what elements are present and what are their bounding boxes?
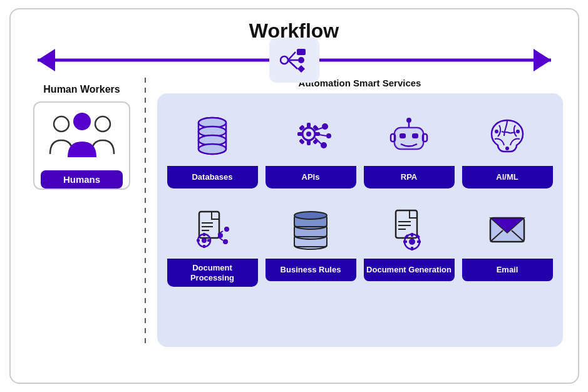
svg-point-59 <box>202 238 207 243</box>
service-card-business-rules: Business Rules <box>266 196 356 287</box>
svg-rect-31 <box>297 132 302 136</box>
svg-point-7 <box>54 116 69 132</box>
databases-label: Databases <box>167 166 258 188</box>
svg-point-28 <box>306 132 311 137</box>
svg-point-9 <box>73 113 91 130</box>
svg-point-53 <box>505 147 509 150</box>
books-icon <box>289 207 333 250</box>
database-icon <box>190 114 234 158</box>
services-grid-container: Databases <box>157 93 563 347</box>
svg-rect-63 <box>207 239 210 242</box>
doc-generation-icon <box>387 207 431 250</box>
svg-point-65 <box>224 227 229 232</box>
apis-label: APIs <box>266 166 356 188</box>
services-grid: Databases <box>167 103 553 287</box>
svg-point-39 <box>321 142 327 148</box>
humans-card-label: Humans <box>41 170 123 188</box>
left-panel: Human Workers Humans <box>26 78 138 347</box>
svg-rect-84 <box>403 240 407 243</box>
svg-point-2 <box>298 57 304 63</box>
svg-point-81 <box>409 239 415 245</box>
main-content-row: Human Workers Humans <box>26 78 563 347</box>
svg-point-66 <box>223 239 228 244</box>
email-icon-area <box>462 196 553 259</box>
svg-line-6 <box>288 60 297 69</box>
service-card-doc-generation: Document Generation <box>364 196 455 287</box>
service-card-rpa: RPA <box>364 103 455 188</box>
service-card-email: Email <box>462 196 553 287</box>
svg-rect-60 <box>203 233 205 236</box>
svg-rect-47 <box>400 133 406 138</box>
api-icon <box>289 114 333 158</box>
svg-rect-1 <box>297 49 306 55</box>
databases-icon-area <box>167 103 258 166</box>
business-rules-icon-area <box>266 196 356 259</box>
svg-rect-30 <box>307 140 311 145</box>
svg-rect-48 <box>412 133 418 138</box>
svg-rect-29 <box>307 123 311 128</box>
service-card-aiml: AI/ML <box>462 103 553 188</box>
svg-rect-82 <box>411 233 413 237</box>
service-card-apis: APIs <box>266 103 356 188</box>
svg-point-37 <box>322 123 328 130</box>
svg-rect-50 <box>423 134 427 142</box>
aiml-icon-area <box>462 103 553 166</box>
svg-rect-49 <box>391 134 395 142</box>
doc-generation-label: Document Generation <box>364 259 455 281</box>
rpa-icon-area <box>364 103 455 166</box>
right-panel: Automation Smart Services <box>152 78 563 347</box>
main-container: Workflow <box>9 8 579 384</box>
svg-rect-83 <box>411 247 413 250</box>
workflow-diagram-icon <box>278 44 311 76</box>
service-card-doc-processing: Document Processing <box>167 196 258 287</box>
svg-point-51 <box>495 130 498 133</box>
service-card-databases: Databases <box>167 103 258 188</box>
svg-point-0 <box>281 56 288 64</box>
doc-processing-label: Document Processing <box>167 259 258 287</box>
workflow-icon-box <box>269 38 319 83</box>
svg-point-8 <box>95 116 110 132</box>
doc-processing-icon-area <box>167 196 258 259</box>
doc-generation-icon-area <box>364 196 455 259</box>
svg-rect-62 <box>197 239 200 242</box>
arrow-left-icon <box>38 49 55 71</box>
svg-point-52 <box>516 130 520 133</box>
svg-point-75 <box>294 212 327 219</box>
humans-card: Humans <box>33 101 130 190</box>
svg-line-4 <box>288 52 296 60</box>
arrow-right-icon <box>534 49 551 71</box>
doc-processing-icon <box>190 207 234 250</box>
svg-point-26 <box>199 144 226 154</box>
svg-point-38 <box>326 133 331 138</box>
workflow-arrow-row <box>26 49 563 71</box>
email-icon <box>485 207 529 250</box>
apis-icon-area <box>266 103 356 166</box>
aiml-label: AI/ML <box>462 166 553 188</box>
business-rules-label: Business Rules <box>266 259 356 281</box>
automation-heading: Automation Smart Services <box>157 78 563 88</box>
robot-icon <box>387 114 431 158</box>
brain-icon <box>485 114 529 158</box>
svg-point-46 <box>406 118 411 123</box>
svg-rect-61 <box>203 245 205 248</box>
rpa-label: RPA <box>364 166 455 188</box>
svg-rect-85 <box>417 240 421 243</box>
email-label: Email <box>462 259 553 281</box>
dashed-divider <box>145 78 146 347</box>
human-workers-heading: Human Workers <box>43 84 120 95</box>
bidirectional-arrow <box>38 49 551 71</box>
svg-marker-3 <box>297 65 305 73</box>
humans-icon <box>48 110 116 167</box>
